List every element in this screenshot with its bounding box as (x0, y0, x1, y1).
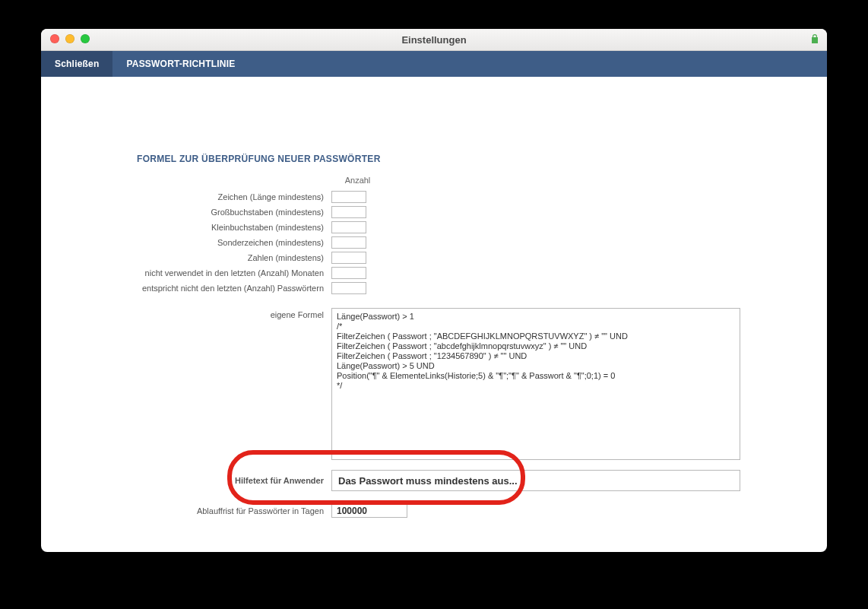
passwords-label: entspricht nicht den letzten (Anzahl) Pa… (41, 284, 331, 293)
helptext-input[interactable] (331, 470, 740, 491)
zoom-window-icon[interactable] (81, 34, 90, 43)
window-title: Einstellungen (41, 34, 827, 46)
lock-icon (810, 33, 819, 44)
months-label: nicht verwendet in den letzten (Anzahl) … (41, 268, 331, 278)
close-button[interactable]: Schließen (41, 51, 112, 77)
window-controls (50, 34, 90, 43)
special-input[interactable] (331, 236, 366, 249)
chars-label: Zeichen (Länge mindestens) (41, 192, 331, 201)
passwords-input[interactable] (331, 282, 366, 294)
close-window-icon[interactable] (50, 34, 59, 43)
toolbar: Schließen PASSWORT-RICHTLINIE (41, 51, 827, 77)
upper-input[interactable] (331, 206, 366, 218)
special-label: Sonderzeichen (mindestens) (41, 238, 331, 247)
helptext-label: Hilfetext für Anwender (41, 476, 331, 485)
expiry-input[interactable] (331, 504, 407, 518)
expiry-label: Ablauffrist für Passwörter in Tagen (41, 506, 331, 515)
upper-label: Großbuchstaben (mindestens) (41, 208, 331, 217)
tab-password-policy[interactable]: PASSWORT-RICHTLINIE (112, 51, 249, 77)
titlebar: Einstellungen (41, 29, 827, 51)
chars-input[interactable] (331, 191, 366, 203)
minimize-window-icon[interactable] (65, 34, 74, 43)
lower-input[interactable] (331, 221, 366, 233)
digits-label: Zahlen (mindestens) (41, 253, 331, 262)
formula-textarea[interactable] (331, 308, 740, 460)
settings-window: Einstellungen Schließen PASSWORT-RICHTLI… (41, 29, 827, 552)
count-column-header: Anzahl (341, 176, 375, 185)
digits-input[interactable] (331, 252, 366, 264)
lower-label: Kleinbuchstaben (mindestens) (41, 223, 331, 232)
formula-label: eigene Formel (41, 308, 331, 460)
months-input[interactable] (331, 267, 366, 279)
section-title: FORMEL ZUR ÜBERPRÜFUNG NEUER PASSWÖRTER (137, 154, 381, 164)
